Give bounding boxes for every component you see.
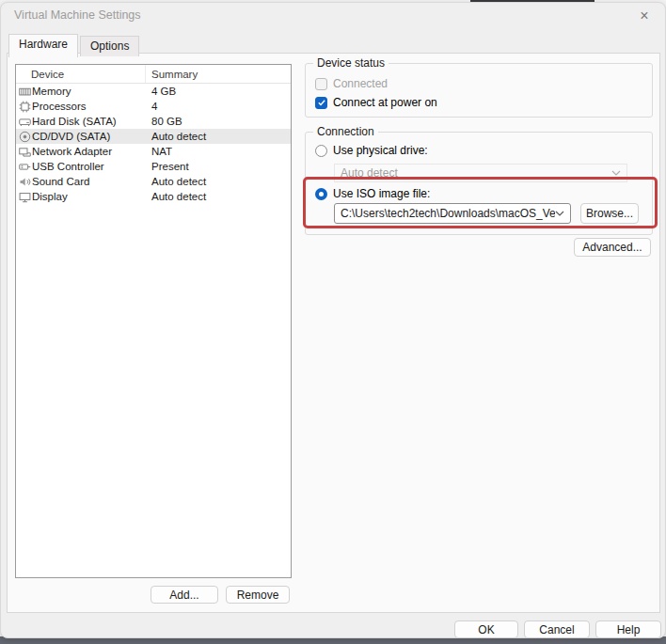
use-physical-drive-radio[interactable] (315, 145, 327, 157)
connect-at-power-on-checkbox[interactable] (315, 97, 327, 109)
memory-icon (18, 86, 32, 98)
iso-path-value: C:\Users\tech2tech\Downloads\macOS_Ventu… (341, 207, 555, 220)
device-list-header: Device Summary (16, 65, 291, 84)
device-row-sound-card[interactable]: Sound Card Auto detect (16, 174, 291, 189)
advanced-button[interactable]: Advanced... (574, 238, 651, 257)
device-summary: 4 GB (146, 86, 176, 97)
usb-icon (18, 161, 32, 173)
device-name: Memory (32, 86, 146, 97)
use-iso-image-label: Use ISO image file: (333, 187, 430, 200)
browse-button[interactable]: Browse... (580, 203, 639, 224)
iso-path-combobox[interactable]: C:\Users\tech2tech\Downloads\macOS_Ventu… (334, 203, 571, 224)
chevron-down-icon (555, 211, 564, 216)
tab-strip: Hardware Options (8, 34, 141, 56)
device-row-usb-controller[interactable]: USB Controller Present (16, 159, 291, 174)
tab-hardware[interactable]: Hardware (8, 34, 78, 57)
device-row-cd-dvd[interactable]: CD/DVD (SATA) Auto detect (16, 129, 291, 144)
remove-button[interactable]: Remove (226, 586, 290, 604)
device-row-display[interactable]: Display Auto detect (16, 189, 291, 204)
device-name: Sound Card (32, 176, 146, 187)
connected-checkbox-row[interactable]: Connected (315, 77, 388, 90)
device-row-memory[interactable]: Memory 4 GB (16, 84, 291, 99)
connect-at-power-on-checkbox-row[interactable]: Connect at power on (315, 96, 437, 109)
device-summary: 80 GB (146, 116, 182, 127)
device-summary: 4 (146, 101, 157, 112)
device-name: Network Adapter (32, 146, 146, 157)
chevron-down-icon (611, 170, 621, 176)
use-physical-drive-radio-row[interactable]: Use physical drive: (315, 144, 428, 157)
connect-at-power-on-label: Connect at power on (333, 96, 437, 109)
ok-button[interactable]: OK (454, 620, 518, 638)
check-icon (317, 98, 326, 107)
device-name: USB Controller (32, 161, 146, 172)
device-status-group-label: Device status (313, 56, 388, 70)
device-name: Display (32, 191, 146, 202)
network-adapter-icon (18, 146, 32, 158)
device-name: CD/DVD (SATA) (32, 131, 146, 142)
cancel-button[interactable]: Cancel (524, 620, 590, 638)
column-header-summary[interactable]: Summary (146, 69, 198, 80)
hard-disk-icon (18, 116, 32, 128)
display-icon (18, 191, 32, 203)
device-summary: Present (146, 161, 189, 172)
cd-dvd-icon (18, 131, 32, 143)
dialog-title: Virtual Machine Settings (14, 8, 141, 22)
use-iso-image-radio-row[interactable]: Use ISO image file: (315, 187, 430, 200)
physical-drive-value: Auto detect (341, 166, 398, 180)
connected-checkbox[interactable] (315, 78, 327, 90)
add-button[interactable]: Add... (151, 586, 218, 604)
tab-options[interactable]: Options (80, 36, 139, 56)
device-summary: Auto detect (146, 176, 206, 187)
hardware-tab-page: Device Summary Memory 4 GB Processors 4 … (7, 53, 660, 613)
processor-icon (18, 101, 32, 113)
sound-card-icon (18, 176, 32, 188)
device-summary: NAT (146, 146, 172, 157)
device-summary: Auto detect (146, 191, 206, 202)
device-row-processors[interactable]: Processors 4 (16, 99, 291, 114)
vm-settings-dialog: Virtual Machine Settings × Hardware Opti… (0, 2, 666, 638)
column-header-device[interactable]: Device (16, 65, 146, 83)
use-physical-drive-label: Use physical drive: (333, 144, 428, 157)
device-list: Device Summary Memory 4 GB Processors 4 … (15, 64, 292, 578)
connection-group-label: Connection (313, 125, 378, 138)
use-iso-image-radio[interactable] (315, 188, 327, 200)
connected-label: Connected (333, 77, 388, 90)
device-summary: Auto detect (146, 131, 206, 142)
help-button[interactable]: Help (595, 620, 661, 638)
device-name: Hard Disk (SATA) (32, 116, 146, 127)
physical-drive-dropdown[interactable]: Auto detect (334, 164, 627, 182)
device-row-hard-disk[interactable]: Hard Disk (SATA) 80 GB (16, 114, 291, 129)
connection-group: Connection Use physical drive: Auto dete… (305, 132, 653, 235)
device-status-group: Device status Connected Connect at power… (305, 63, 653, 118)
close-icon[interactable]: × (635, 7, 654, 25)
device-row-network-adapter[interactable]: Network Adapter NAT (16, 144, 291, 159)
device-name: Processors (32, 101, 146, 112)
